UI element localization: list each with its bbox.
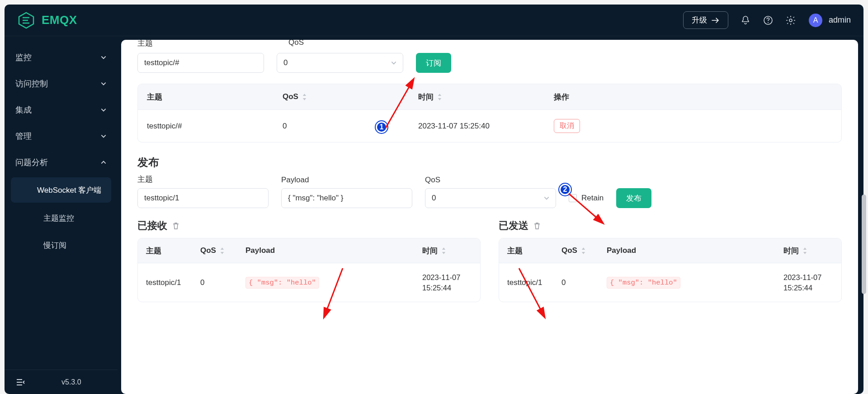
sidebar-item-monitor[interactable]: 监控 bbox=[5, 44, 118, 71]
svg-point-6 bbox=[789, 19, 792, 22]
sidebar-item-label: 主题监控 bbox=[43, 213, 74, 223]
publish-qos-select[interactable] bbox=[425, 188, 556, 208]
trash-icon[interactable] bbox=[172, 222, 180, 230]
subscriptions-table: 主题 QoS 时间 操作 testtopic/# 0 bbox=[137, 84, 842, 142]
cell-topic: testtopic/1 bbox=[146, 278, 200, 287]
sort-icon bbox=[580, 247, 586, 255]
trash-icon[interactable] bbox=[533, 222, 541, 230]
sidebar-item-integration[interactable]: 集成 bbox=[5, 97, 118, 123]
cell-topic: testtopic/1 bbox=[507, 278, 561, 287]
table-row: testtopic/# 0 2023-11-07 15:25:40 取消 bbox=[138, 109, 841, 142]
col-header-topic: 主题 bbox=[147, 92, 283, 102]
subscribe-qos-value[interactable] bbox=[277, 53, 403, 73]
chevron-down-icon bbox=[100, 81, 107, 87]
scrollbar-thumb[interactable] bbox=[862, 195, 866, 294]
sidebar-item-label: 慢订阅 bbox=[43, 240, 66, 251]
main-content: 主题 QoS 订阅 主题 QoS bbox=[121, 40, 858, 394]
sidebar-item-label: 集成 bbox=[15, 104, 32, 115]
sidebar-item-manage[interactable]: 管理 bbox=[5, 123, 118, 149]
sidebar-item-access[interactable]: 访问控制 bbox=[5, 71, 118, 97]
avatar[interactable]: A bbox=[809, 14, 822, 27]
emqx-logo-icon bbox=[17, 11, 35, 29]
chevron-up-icon bbox=[100, 159, 107, 166]
col-header-time[interactable]: 时间 bbox=[783, 246, 833, 256]
received-table: 主题 QoS Payload 时间 te bbox=[137, 238, 481, 302]
col-header-qos[interactable]: QoS bbox=[200, 246, 245, 255]
table-row: testtopic/1 0 { "msg": "hello" 2023-11-0… bbox=[499, 263, 841, 302]
cell-payload: { "msg": "hello" bbox=[607, 277, 680, 289]
table-row: testtopic/1 0 { "msg": "hello" 2023-11-0… bbox=[138, 263, 480, 302]
sidebar-sub-topic-monitor[interactable]: 主题监控 bbox=[11, 205, 111, 231]
chevron-down-icon bbox=[100, 133, 107, 139]
col-header-op: 操作 bbox=[554, 92, 832, 102]
sidebar-sub-slow-sub[interactable]: 慢订阅 bbox=[11, 233, 111, 258]
sidebar-footer: v5.3.0 bbox=[5, 370, 118, 394]
sent-table: 主题 QoS Payload 时间 te bbox=[499, 238, 842, 302]
upgrade-label: 升级 bbox=[692, 15, 707, 25]
publish-payload-label: Payload bbox=[281, 176, 412, 185]
window-scrollbar[interactable] bbox=[861, 41, 867, 389]
retain-checkbox-wrap[interactable]: Retain bbox=[569, 188, 604, 208]
publish-row: 主题 Payload QoS bbox=[137, 174, 842, 208]
help-icon[interactable] bbox=[763, 15, 774, 26]
bell-icon[interactable] bbox=[740, 15, 751, 26]
sort-icon bbox=[219, 247, 225, 255]
logo[interactable]: EMQX bbox=[17, 11, 77, 29]
sort-icon bbox=[302, 93, 307, 101]
cell-topic: testtopic/# bbox=[147, 122, 283, 131]
chevron-down-icon bbox=[100, 54, 107, 61]
cell-qos: 0 bbox=[200, 278, 245, 287]
sort-icon bbox=[437, 93, 443, 101]
subscribe-labels-row: 主题 QoS bbox=[137, 40, 842, 48]
cell-qos: 0 bbox=[283, 122, 418, 131]
publish-section-title: 发布 bbox=[137, 155, 842, 170]
sidebar-sub-websocket[interactable]: WebSocket 客户端 bbox=[11, 177, 111, 203]
retain-label: Retain bbox=[581, 194, 604, 203]
subscribe-topic-label: 主题 bbox=[137, 40, 153, 48]
publish-topic-label: 主题 bbox=[137, 174, 269, 185]
col-header-qos[interactable]: QoS bbox=[283, 92, 418, 101]
publish-qos-label: QoS bbox=[425, 176, 556, 185]
subscribe-qos-select[interactable] bbox=[277, 53, 403, 73]
unsubscribe-button[interactable]: 取消 bbox=[554, 119, 580, 133]
sidebar-item-label: 监控 bbox=[15, 52, 32, 63]
col-header-topic: 主题 bbox=[507, 246, 561, 256]
col-header-payload: Payload bbox=[607, 246, 783, 255]
cell-qos: 0 bbox=[561, 278, 607, 287]
collapse-sidebar-icon[interactable] bbox=[15, 377, 25, 387]
sidebar-item-label: WebSocket 客户端 bbox=[37, 185, 101, 195]
sidebar-item-diagnose[interactable]: 问题分析 bbox=[5, 149, 118, 176]
subscribe-qos-label: QoS bbox=[288, 40, 304, 48]
chevron-down-icon bbox=[100, 107, 107, 113]
cell-payload: { "msg": "hello" bbox=[245, 277, 319, 289]
sidebar-item-label: 问题分析 bbox=[15, 157, 48, 168]
col-header-time[interactable]: 时间 bbox=[422, 246, 472, 256]
col-header-time[interactable]: 时间 bbox=[418, 92, 554, 102]
publish-qos-value[interactable] bbox=[425, 188, 556, 208]
sort-icon bbox=[441, 247, 447, 255]
cell-time: 2023-11-07 15:25:44 bbox=[422, 272, 472, 293]
cell-time: 2023-11-07 15:25:40 bbox=[418, 122, 554, 131]
publish-topic-input[interactable] bbox=[137, 188, 269, 208]
retain-checkbox[interactable] bbox=[569, 194, 577, 202]
arrow-right-icon bbox=[712, 17, 720, 24]
username-label[interactable]: admin bbox=[829, 15, 851, 25]
svg-point-5 bbox=[768, 22, 769, 23]
gear-icon[interactable] bbox=[785, 15, 796, 26]
sidebar-item-label: 访问控制 bbox=[15, 78, 48, 89]
cell-time: 2023-11-07 15:25:44 bbox=[783, 272, 833, 293]
col-header-payload: Payload bbox=[245, 246, 422, 255]
sidebar: 监控 访问控制 集成 管理 问题分析 WebSocket 客户端 bbox=[5, 36, 118, 394]
publish-button[interactable]: 发布 bbox=[616, 188, 651, 208]
version-label: v5.3.0 bbox=[61, 378, 81, 386]
col-header-topic: 主题 bbox=[146, 246, 200, 256]
subscribe-topic-input[interactable] bbox=[137, 53, 264, 73]
publish-payload-input[interactable] bbox=[281, 188, 412, 208]
upgrade-button[interactable]: 升级 bbox=[683, 11, 728, 29]
app-header: EMQX 升级 A admin bbox=[5, 5, 863, 36]
sent-title: 已发送 bbox=[499, 219, 528, 233]
col-header-qos[interactable]: QoS bbox=[561, 246, 607, 255]
sidebar-item-label: 管理 bbox=[15, 131, 32, 142]
subscribe-button[interactable]: 订阅 bbox=[416, 53, 451, 73]
received-title: 已接收 bbox=[137, 219, 167, 233]
